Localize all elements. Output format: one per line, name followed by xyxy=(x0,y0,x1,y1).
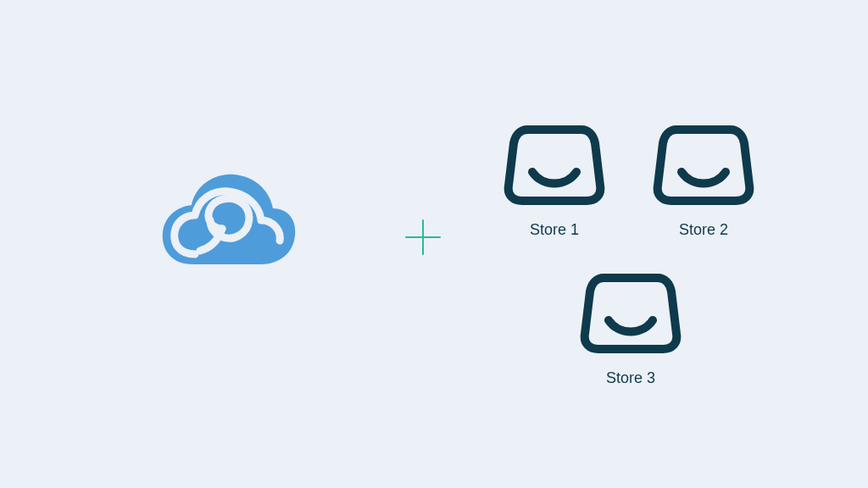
cloud-service-icon xyxy=(161,169,297,271)
diagram-canvas: Store 1 Store 2 Store 3 xyxy=(0,0,868,488)
store-item-1: Store 1 xyxy=(495,123,614,239)
store-label: Store 2 xyxy=(644,221,763,239)
store-item-3: Store 3 xyxy=(571,271,690,387)
store-icon xyxy=(495,123,614,211)
store-icon xyxy=(644,123,763,211)
store-label: Store 3 xyxy=(571,369,690,387)
store-label: Store 1 xyxy=(495,221,614,239)
store-icon xyxy=(571,271,690,359)
store-item-2: Store 2 xyxy=(644,123,763,239)
plus-icon xyxy=(403,217,443,258)
